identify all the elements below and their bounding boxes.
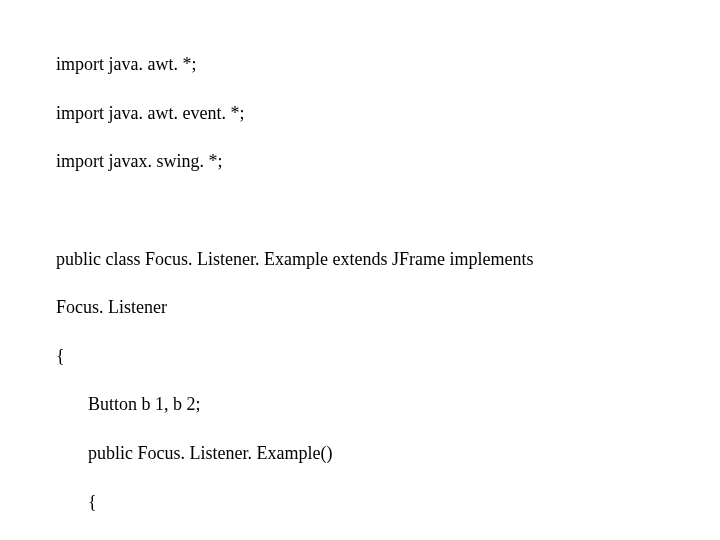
- code-line: {: [56, 344, 720, 368]
- code-line: import java. awt. event. *;: [56, 101, 720, 125]
- code-line: public class Focus. Listener. Example ex…: [56, 247, 720, 271]
- code-line: import javax. swing. *;: [56, 149, 720, 173]
- code-listing: import java. awt. *; import java. awt. e…: [0, 0, 720, 540]
- code-blank: [56, 198, 720, 222]
- code-line: import java. awt. *;: [56, 52, 720, 76]
- code-line: Button b 1, b 2;: [56, 392, 720, 416]
- code-line: {: [56, 490, 720, 514]
- code-line: Focus. Listener: [56, 295, 720, 319]
- code-line: public Focus. Listener. Example(): [56, 441, 720, 465]
